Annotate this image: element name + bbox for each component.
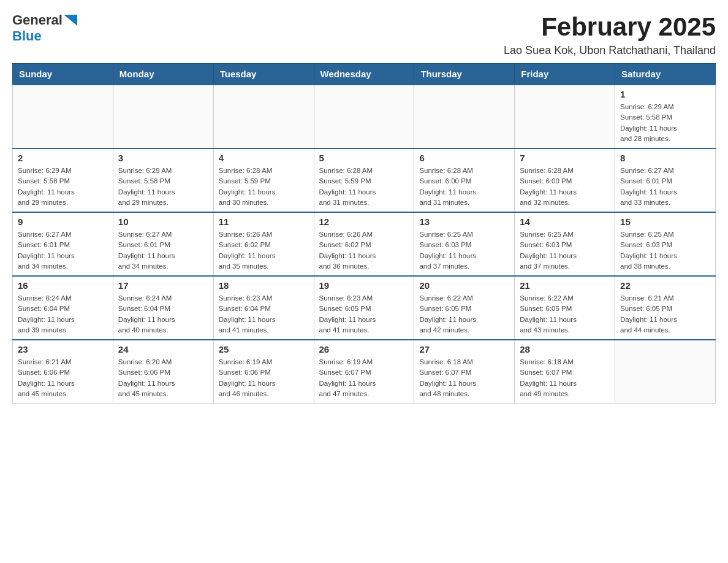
- day-info: Sunrise: 6:18 AMSunset: 6:07 PMDaylight:…: [520, 357, 610, 399]
- day-info: Sunrise: 6:24 AMSunset: 6:04 PMDaylight:…: [118, 293, 208, 335]
- day-number: 16: [18, 280, 108, 291]
- day-info: Sunrise: 6:23 AMSunset: 6:04 PMDaylight:…: [219, 293, 309, 335]
- calendar-cell: [615, 340, 716, 404]
- day-info: Sunrise: 6:25 AMSunset: 6:03 PMDaylight:…: [520, 229, 610, 272]
- calendar-cell: 25Sunrise: 6:19 AMSunset: 6:06 PMDayligh…: [213, 340, 314, 404]
- day-number: 6: [419, 153, 509, 163]
- day-info: Sunrise: 6:21 AMSunset: 6:06 PMDaylight:…: [18, 357, 108, 399]
- calendar-cell: [13, 85, 113, 148]
- day-number: 25: [219, 344, 309, 354]
- calendar-cell: 10Sunrise: 6:27 AMSunset: 6:01 PMDayligh…: [113, 212, 213, 276]
- day-info: Sunrise: 6:28 AMSunset: 6:00 PMDaylight:…: [520, 166, 610, 208]
- day-info: Sunrise: 6:29 AMSunset: 5:58 PMDaylight:…: [118, 166, 208, 208]
- calendar-day-header: Wednesday: [314, 64, 414, 85]
- calendar-cell: 26Sunrise: 6:19 AMSunset: 6:07 PMDayligh…: [314, 340, 414, 404]
- day-info: Sunrise: 6:19 AMSunset: 6:07 PMDaylight:…: [319, 357, 409, 399]
- calendar-cell: 3Sunrise: 6:29 AMSunset: 5:58 PMDaylight…: [113, 148, 213, 212]
- calendar-cell: [113, 85, 213, 148]
- day-info: Sunrise: 6:22 AMSunset: 6:05 PMDaylight:…: [419, 293, 509, 335]
- day-info: Sunrise: 6:27 AMSunset: 6:01 PMDaylight:…: [18, 229, 108, 272]
- calendar-cell: 5Sunrise: 6:28 AMSunset: 5:59 PMDaylight…: [314, 148, 414, 212]
- calendar-cell: 11Sunrise: 6:26 AMSunset: 6:02 PMDayligh…: [213, 212, 314, 276]
- day-number: 4: [219, 153, 309, 163]
- day-info: Sunrise: 6:28 AMSunset: 5:59 PMDaylight:…: [319, 166, 409, 208]
- calendar-cell: 14Sunrise: 6:25 AMSunset: 6:03 PMDayligh…: [515, 212, 615, 276]
- day-info: Sunrise: 6:26 AMSunset: 6:02 PMDaylight:…: [319, 229, 409, 272]
- calendar-cell: 6Sunrise: 6:28 AMSunset: 6:00 PMDaylight…: [414, 148, 515, 212]
- calendar-cell: 7Sunrise: 6:28 AMSunset: 6:00 PMDaylight…: [515, 148, 615, 212]
- day-number: 21: [520, 280, 610, 291]
- day-info: Sunrise: 6:18 AMSunset: 6:07 PMDaylight:…: [419, 357, 509, 399]
- day-number: 7: [520, 153, 610, 163]
- calendar-cell: [213, 85, 314, 148]
- day-number: 28: [520, 344, 610, 354]
- week-row: 16Sunrise: 6:24 AMSunset: 6:04 PMDayligh…: [13, 276, 716, 340]
- day-number: 12: [319, 216, 409, 227]
- svg-marker-0: [64, 15, 77, 26]
- day-number: 8: [620, 153, 710, 163]
- calendar-cell: 1Sunrise: 6:29 AMSunset: 5:58 PMDaylight…: [615, 85, 716, 148]
- calendar-cell: 17Sunrise: 6:24 AMSunset: 6:04 PMDayligh…: [113, 276, 213, 340]
- calendar-day-header: Thursday: [414, 64, 515, 85]
- calendar-cell: 21Sunrise: 6:22 AMSunset: 6:05 PMDayligh…: [515, 276, 615, 340]
- calendar-cell: 28Sunrise: 6:18 AMSunset: 6:07 PMDayligh…: [515, 340, 615, 404]
- day-number: 1: [620, 89, 710, 99]
- calendar-day-header: Tuesday: [213, 64, 314, 85]
- calendar-cell: 22Sunrise: 6:21 AMSunset: 6:05 PMDayligh…: [615, 276, 716, 340]
- day-info: Sunrise: 6:27 AMSunset: 6:01 PMDaylight:…: [620, 166, 710, 208]
- calendar-day-header: Sunday: [13, 64, 113, 85]
- day-number: 11: [219, 216, 309, 227]
- calendar-cell: 2Sunrise: 6:29 AMSunset: 5:58 PMDaylight…: [13, 148, 113, 212]
- month-title: February 2025: [504, 12, 716, 42]
- logo-triangle-icon: [64, 15, 77, 26]
- calendar-cell: 24Sunrise: 6:20 AMSunset: 6:06 PMDayligh…: [113, 340, 213, 404]
- day-number: 22: [620, 280, 710, 291]
- calendar-day-header: Monday: [113, 64, 213, 85]
- day-number: 27: [419, 344, 509, 354]
- week-row: 1Sunrise: 6:29 AMSunset: 5:58 PMDaylight…: [13, 85, 716, 148]
- day-number: 20: [419, 280, 509, 291]
- day-info: Sunrise: 6:19 AMSunset: 6:06 PMDaylight:…: [219, 357, 309, 399]
- logo-general: General: [12, 12, 63, 28]
- title-block: February 2025 Lao Suea Kok, Ubon Ratchat…: [504, 12, 716, 57]
- day-number: 19: [319, 280, 409, 291]
- day-info: Sunrise: 6:26 AMSunset: 6:02 PMDaylight:…: [219, 229, 309, 272]
- day-info: Sunrise: 6:22 AMSunset: 6:05 PMDaylight:…: [520, 293, 610, 335]
- day-number: 18: [219, 280, 309, 291]
- calendar-cell: 18Sunrise: 6:23 AMSunset: 6:04 PMDayligh…: [213, 276, 314, 340]
- day-info: Sunrise: 6:29 AMSunset: 5:58 PMDaylight:…: [620, 102, 710, 144]
- calendar-cell: 23Sunrise: 6:21 AMSunset: 6:06 PMDayligh…: [13, 340, 113, 404]
- calendar-cell: [314, 85, 414, 148]
- page-header: General Blue February 2025 Lao Suea Kok,…: [12, 12, 716, 57]
- day-info: Sunrise: 6:25 AMSunset: 6:03 PMDaylight:…: [620, 229, 710, 272]
- day-number: 9: [18, 216, 108, 227]
- day-number: 26: [319, 344, 409, 354]
- day-number: 15: [620, 216, 710, 227]
- day-number: 23: [18, 344, 108, 354]
- calendar-cell: 27Sunrise: 6:18 AMSunset: 6:07 PMDayligh…: [414, 340, 515, 404]
- calendar-cell: 4Sunrise: 6:28 AMSunset: 5:59 PMDaylight…: [213, 148, 314, 212]
- calendar-cell: 15Sunrise: 6:25 AMSunset: 6:03 PMDayligh…: [615, 212, 716, 276]
- day-number: 24: [118, 344, 208, 354]
- calendar: SundayMondayTuesdayWednesdayThursdayFrid…: [12, 63, 716, 404]
- logo: General Blue: [12, 12, 77, 44]
- day-info: Sunrise: 6:28 AMSunset: 6:00 PMDaylight:…: [419, 166, 509, 208]
- day-info: Sunrise: 6:21 AMSunset: 6:05 PMDaylight:…: [620, 293, 710, 335]
- calendar-cell: 13Sunrise: 6:25 AMSunset: 6:03 PMDayligh…: [414, 212, 515, 276]
- day-info: Sunrise: 6:20 AMSunset: 6:06 PMDaylight:…: [118, 357, 208, 399]
- calendar-cell: [515, 85, 615, 148]
- calendar-cell: 9Sunrise: 6:27 AMSunset: 6:01 PMDaylight…: [13, 212, 113, 276]
- calendar-cell: 12Sunrise: 6:26 AMSunset: 6:02 PMDayligh…: [314, 212, 414, 276]
- day-number: 5: [319, 153, 409, 163]
- day-info: Sunrise: 6:25 AMSunset: 6:03 PMDaylight:…: [419, 229, 509, 272]
- calendar-day-header: Friday: [515, 64, 615, 85]
- day-number: 13: [419, 216, 509, 227]
- day-number: 17: [118, 280, 208, 291]
- calendar-cell: 20Sunrise: 6:22 AMSunset: 6:05 PMDayligh…: [414, 276, 515, 340]
- day-info: Sunrise: 6:29 AMSunset: 5:58 PMDaylight:…: [18, 166, 108, 208]
- logo-blue: Blue: [12, 28, 42, 44]
- day-info: Sunrise: 6:28 AMSunset: 5:59 PMDaylight:…: [219, 166, 309, 208]
- day-info: Sunrise: 6:27 AMSunset: 6:01 PMDaylight:…: [118, 229, 208, 272]
- location: Lao Suea Kok, Ubon Ratchathani, Thailand: [504, 44, 716, 57]
- day-info: Sunrise: 6:23 AMSunset: 6:05 PMDaylight:…: [319, 293, 409, 335]
